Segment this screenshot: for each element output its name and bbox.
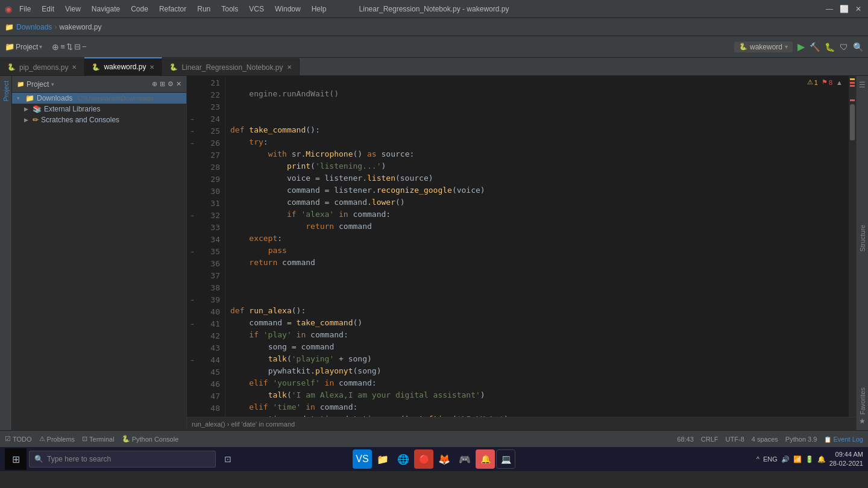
menu-vcs[interactable]: VCS — [244, 4, 269, 14]
taskbar-app1[interactable]: 🔴 — [414, 449, 433, 469]
structure-label[interactable]: Structure — [859, 225, 866, 252]
menu-window[interactable]: Window — [270, 4, 306, 14]
run-config-label[interactable]: wakeword — [750, 43, 782, 51]
scrollbar-thumb[interactable] — [850, 104, 855, 140]
toolbar-add-icon[interactable]: ⊕ — [52, 42, 59, 52]
toolbar-collapse-icon[interactable]: − — [82, 42, 87, 51]
proj-icon-close[interactable]: ✕ — [176, 80, 181, 88]
fold-25[interactable]: − — [187, 125, 198, 137]
menu-file[interactable]: File — [14, 4, 36, 14]
sidebar-project-icon[interactable]: Project — [2, 81, 10, 101]
tree-label-downloads: Downloads — [37, 94, 72, 102]
debug-button[interactable]: 🐛 — [825, 42, 835, 52]
todo-tab[interactable]: ☑ TODO — [5, 435, 32, 443]
encoding[interactable]: UTF-8 — [726, 436, 744, 443]
coverage-button[interactable]: 🛡 — [840, 42, 848, 52]
start-button[interactable]: ⊞ — [5, 448, 27, 470]
code-editor[interactable]: ⚠ 1 ⚑ 8 ▲ − − − − − — [187, 76, 856, 430]
menu-refactor[interactable]: Refactor — [154, 4, 191, 14]
fold-44[interactable]: − — [187, 354, 198, 366]
run-button[interactable]: ▶ — [797, 41, 805, 52]
taskbar-notification[interactable]: 🔔 — [476, 449, 495, 469]
maximize-button[interactable]: ⬜ — [839, 4, 849, 14]
tree-arrow-downloads: ▾ — [17, 95, 23, 101]
right-scrollbar[interactable] — [849, 76, 856, 417]
minimize-button[interactable]: — — [825, 4, 834, 14]
tree-item-downloads[interactable]: ▾ 📁 Downloads C:\Users\ankit\Downloads — [12, 93, 186, 104]
project-label[interactable]: Project — [16, 43, 38, 51]
taskbar-firefox[interactable]: 🦊 — [435, 449, 454, 469]
indent[interactable]: 4 spaces — [752, 436, 778, 443]
menu-navigate[interactable]: Navigate — [87, 4, 125, 14]
proj-icon-gear[interactable]: ⚙ — [168, 80, 174, 88]
tab-pip-close[interactable]: ✕ — [72, 64, 77, 70]
search-toolbar-icon[interactable]: 🔍 — [853, 42, 863, 52]
tab-pip-demons[interactable]: 🐍 pip_demons.py ✕ — [0, 58, 84, 75]
python-console-tab[interactable]: 🐍 Python Console — [122, 435, 179, 443]
build-button[interactable]: 🔨 — [810, 42, 820, 52]
menu-help[interactable]: Help — [307, 4, 332, 14]
toolbar-filter-icon[interactable]: ⊟ — [74, 42, 81, 51]
star-icon[interactable]: ★ — [859, 417, 866, 425]
favorites-label[interactable]: Favorites — [859, 387, 866, 414]
tab-linreg-close[interactable]: ✕ — [287, 64, 292, 70]
error-badge[interactable]: ⚑ 8 — [822, 78, 832, 86]
fold-39[interactable]: − — [187, 294, 198, 306]
menu-edit[interactable]: Edit — [37, 4, 59, 14]
fold-41[interactable]: − — [187, 318, 198, 330]
task-view-button[interactable]: ⊡ — [218, 449, 237, 469]
tab-wake-close[interactable]: ✕ — [149, 64, 154, 70]
menu-run[interactable]: Run — [192, 4, 215, 14]
fold-26[interactable]: − — [187, 137, 198, 149]
breadcrumb-downloads[interactable]: Downloads — [16, 23, 52, 31]
systray-volume[interactable]: 🔊 — [781, 455, 790, 463]
python-version[interactable]: Python 3.9 — [785, 436, 817, 443]
structure-icon[interactable]: ☰ — [859, 81, 866, 89]
event-log[interactable]: 📋 Event Log — [824, 436, 863, 443]
tree-item-scratches[interactable]: ▶ ✏ Scratches and Consoles — [12, 114, 186, 125]
proj-icon-add[interactable]: ⊕ — [152, 80, 157, 88]
code-area[interactable]: − − − − − − − − — [187, 76, 856, 417]
breadcrumb-file[interactable]: wakeword.py — [59, 23, 101, 31]
taskbar-vscode[interactable]: VS — [353, 449, 372, 469]
taskbar-search[interactable]: 🔍 Type here to search — [29, 451, 216, 468]
tab-linreg[interactable]: 🐍 Linear_Regression_Notebok.py ✕ — [162, 58, 299, 75]
fold-24[interactable]: − — [187, 113, 198, 125]
warning-badge[interactable]: ⚠ 1 — [807, 78, 818, 86]
menu-view[interactable]: View — [60, 4, 86, 14]
menu-code[interactable]: Code — [126, 4, 153, 14]
tab-wakeword[interactable]: 🐍 wakeword.py ✕ — [84, 57, 162, 75]
tab-pip-label: pip_demons.py — [19, 63, 68, 72]
fold-35[interactable]: − — [187, 246, 198, 258]
systray-notification[interactable]: 🔔 — [817, 455, 826, 463]
titlebar-left: ◉ File Edit View Navigate Code Refactor … — [5, 4, 331, 14]
line-ending[interactable]: CRLF — [701, 436, 719, 443]
clock[interactable]: 09:44 AM 28-02-2021 — [829, 450, 863, 469]
fold-gutter: − − − − − − − − — [187, 76, 198, 417]
proj-icon-scroll[interactable]: ⊞ — [160, 80, 165, 88]
systray-lang[interactable]: ENG — [763, 455, 778, 463]
code-content[interactable]: engine.runAndWait() def take_command(): … — [225, 76, 849, 417]
project-dropdown-icon[interactable]: ▾ — [39, 43, 42, 50]
toolbar-sort-icon[interactable]: ⇅ — [66, 42, 73, 51]
taskbar-center: VS 📁 🌐 🔴 🦊 🎮 🔔 💻 — [353, 449, 515, 469]
toolbar-list-icon[interactable]: ≡ — [60, 42, 65, 51]
systray-network[interactable]: 📶 — [793, 455, 802, 463]
problems-tab[interactable]: ⚠ Problems — [39, 435, 75, 443]
systray-battery[interactable]: 🔋 — [805, 455, 814, 463]
project-dropdown-arrow[interactable]: ▾ — [51, 81, 54, 87]
taskbar-chrome[interactable]: 🌐 — [394, 449, 413, 469]
menu-tools[interactable]: Tools — [216, 4, 243, 14]
taskbar-explorer[interactable]: 📁 — [373, 449, 392, 469]
fold-32[interactable]: − — [187, 210, 198, 222]
taskbar-app2[interactable]: 🎮 — [455, 449, 474, 469]
tree-item-external-libs[interactable]: ▶ 📚 External Libraries — [12, 104, 186, 114]
taskbar-pycharm[interactable]: 💻 — [496, 449, 515, 469]
close-button[interactable]: ✕ — [854, 4, 863, 14]
run-config-dropdown[interactable]: ▾ — [785, 43, 788, 50]
terminal-tab[interactable]: ⊡ Terminal — [82, 435, 115, 443]
warnings-expand-icon[interactable]: ▲ — [836, 79, 843, 86]
systray-expand[interactable]: ^ — [756, 455, 760, 463]
tab-wake-icon: 🐍 — [92, 63, 100, 71]
run-config-icon: 🐍 — [739, 43, 747, 51]
